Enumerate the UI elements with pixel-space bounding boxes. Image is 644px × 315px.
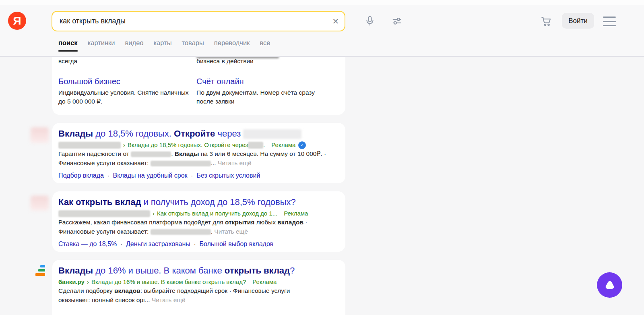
- breadcrumb-text: .: [263, 141, 265, 149]
- snippet-text: Гарантия надежности от: [58, 150, 131, 157]
- header: Я ✕ Во: [0, 0, 644, 57]
- title-segment[interactable]: Вклады: [58, 265, 93, 276]
- breadcrumb-text: Вклады до 16% и выше. В каком банке откр…: [91, 278, 246, 286]
- ad1-cut-text: всегда: [58, 57, 192, 65]
- title-segment[interactable]: до 18,5% годовых.: [93, 128, 174, 139]
- blurred-crumb-text: [248, 142, 263, 149]
- snippet-line: Финансовые услуги оказывает: ... Читать …: [58, 159, 339, 168]
- title-segment[interactable]: ?: [290, 265, 295, 276]
- search-input[interactable]: [52, 17, 327, 25]
- title-segment[interactable]: и получить доход до 18,5% годовых?: [141, 197, 295, 207]
- snippet-text: вкладов: [277, 219, 303, 226]
- breadcrumb-domain[interactable]: банки.ру: [58, 278, 85, 286]
- snippet-text: открытия: [225, 219, 254, 226]
- title-segment[interactable]: Вклады: [58, 128, 93, 139]
- snippet-line: Сделали подборку вкладов: выбирайте подх…: [58, 286, 339, 295]
- bankiru-favicon-icon: [35, 265, 45, 276]
- blurred-title-text: [243, 129, 301, 139]
- snippet-text: любых: [254, 219, 277, 226]
- read-more-link[interactable]: Читать ещё: [218, 160, 252, 166]
- title-segment[interactable]: до 16% и выше. В каком банке: [93, 265, 225, 276]
- sitelink-separator: ·: [194, 240, 196, 249]
- sitelink-separator: ·: [107, 171, 109, 180]
- snippet-text: : выбирайте подходящий срок · Финансовые…: [140, 287, 290, 294]
- breadcrumb-chevron: ›: [153, 209, 155, 218]
- breadcrumb: банки.ру › Вклады до 16% и выше. В каком…: [58, 278, 339, 286]
- ad1-description: Индивидуальные условия. Снятие наличных …: [58, 88, 192, 106]
- search-tabs: поиск картинки видео карты товары перево…: [58, 39, 270, 49]
- blurred-advertiser-logo: [31, 196, 49, 211]
- ad-label[interactable]: Реклама: [252, 278, 277, 286]
- sitelink[interactable]: Без скрытых условий: [196, 171, 260, 180]
- ad-label[interactable]: Реклама: [271, 141, 295, 149]
- breadcrumb: › Вклады до 18,5% годовых. Откройте чере…: [58, 141, 339, 149]
- read-more-link[interactable]: Читать ещё: [214, 228, 248, 235]
- sitelink-separator: ·: [120, 240, 122, 249]
- snippet-text: вкладов: [114, 287, 140, 294]
- title-segment[interactable]: Как открыть вклад: [58, 197, 141, 207]
- read-more-link[interactable]: Читать ещё: [152, 296, 186, 303]
- snippet-text: Финансовые услуги оказывает:: [58, 160, 151, 166]
- breadcrumb-chevron: ›: [87, 278, 89, 286]
- snippet-line: Финансовые услуги оказывает: . Читать ещ…: [58, 227, 339, 236]
- blurred-domain: [58, 142, 121, 149]
- login-button[interactable]: Войти: [562, 13, 594, 29]
- yandex-serp-page: всегда Большой бизнес Индивидуальные усл…: [0, 0, 644, 315]
- snippet-line: Гарантия надежности от . Вклады на 3 или…: [58, 149, 339, 158]
- result-title-link[interactable]: Вклады до 18,5% годовых. Откройте через: [58, 128, 339, 139]
- tab-images[interactable]: картинки: [88, 39, 115, 49]
- alice-assistant-button[interactable]: [597, 272, 622, 298]
- snippet-line: Расскажем, какая финансовая платформа по…: [58, 218, 339, 227]
- sitelinks-row: Ставка — до 18,5% · Деньги застрахованы …: [58, 240, 339, 249]
- microphone-icon[interactable]: [363, 15, 376, 28]
- title-segment[interactable]: через: [215, 128, 243, 139]
- tab-translate[interactable]: переводчик: [214, 39, 250, 49]
- cart-icon[interactable]: [539, 15, 553, 28]
- snippet-line: оказывает: полный список орг... Читать е…: [58, 296, 339, 305]
- snippet-text: Финансовые услуги оказывает:: [58, 228, 151, 235]
- tab-search[interactable]: поиск: [58, 39, 78, 49]
- ad-column-2: бизнеса в действии Счёт онлайн По двум д…: [196, 57, 329, 106]
- blurred-domain: [58, 210, 150, 217]
- search-settings-icon[interactable]: [390, 15, 403, 28]
- blurred-snippet-text: [131, 151, 171, 157]
- ad-label[interactable]: Реклама: [284, 209, 308, 218]
- sitelink[interactable]: Ставка — до 18,5%: [58, 240, 117, 249]
- sitelinks-row: Подбор вклада · Вклады на удобный срок ·…: [58, 171, 339, 180]
- result-title-link[interactable]: Вклады до 16% и выше. В каком банке откр…: [58, 265, 339, 276]
- tab-all[interactable]: все: [260, 39, 270, 49]
- yandex-logo[interactable]: Я: [8, 12, 26, 30]
- result-card-bankiru: Вклады до 16% и выше. В каком банке откр…: [52, 260, 345, 315]
- blurred-snippet-text: [151, 161, 211, 166]
- breadcrumb-chevron: ›: [123, 141, 125, 149]
- snippet-text: на 3 или 6 месяцев. На сумму от 10 000₽.…: [199, 150, 326, 157]
- verified-badge-icon: ✓: [298, 141, 306, 149]
- sitelink[interactable]: Подбор вклада: [58, 171, 104, 180]
- blurred-snippet-text: [151, 229, 211, 235]
- snippet-text: .: [171, 150, 175, 157]
- sitelink-separator: ·: [191, 171, 193, 180]
- sitelink[interactable]: Вклады на удобный срок: [113, 171, 188, 180]
- breadcrumb-text: Вклады до 18,5% годовых. Откройте через: [128, 141, 248, 149]
- ad1-title-link[interactable]: Большой бизнес: [58, 77, 192, 86]
- blurred-advertiser-logo: [31, 127, 49, 143]
- tab-maps[interactable]: карты: [154, 39, 172, 49]
- ad-column-1: всегда Большой бизнес Индивидуальные усл…: [58, 57, 192, 106]
- alice-triangle-icon: [603, 278, 617, 292]
- snippet-text: Вклады: [175, 150, 199, 157]
- result-card-deposit-185: Вклады до 18,5% годовых. Откройте через …: [52, 123, 345, 183]
- clear-search-icon[interactable]: ✕: [327, 12, 345, 31]
- snippet-text: ...: [211, 160, 218, 166]
- menu-icon[interactable]: [603, 17, 616, 26]
- sitelink[interactable]: Большой выбор вкладов: [199, 240, 273, 249]
- result-title-link[interactable]: Как открыть вклад и получить доход до 18…: [58, 197, 339, 207]
- title-segment[interactable]: открыть вклад: [225, 265, 290, 276]
- ad2-title-link[interactable]: Счёт онлайн: [196, 77, 329, 86]
- tab-video[interactable]: видео: [125, 39, 144, 49]
- tab-goods[interactable]: товары: [182, 39, 204, 49]
- title-segment[interactable]: Откройте: [174, 128, 215, 139]
- sitelink[interactable]: Деньги застрахованы: [126, 240, 190, 249]
- snippet-text: ·: [303, 219, 307, 226]
- snippet-text: Расскажем, какая финансовая платформа по…: [58, 219, 225, 226]
- breadcrumb: › Как открыть вклад и получить доход до …: [58, 209, 339, 218]
